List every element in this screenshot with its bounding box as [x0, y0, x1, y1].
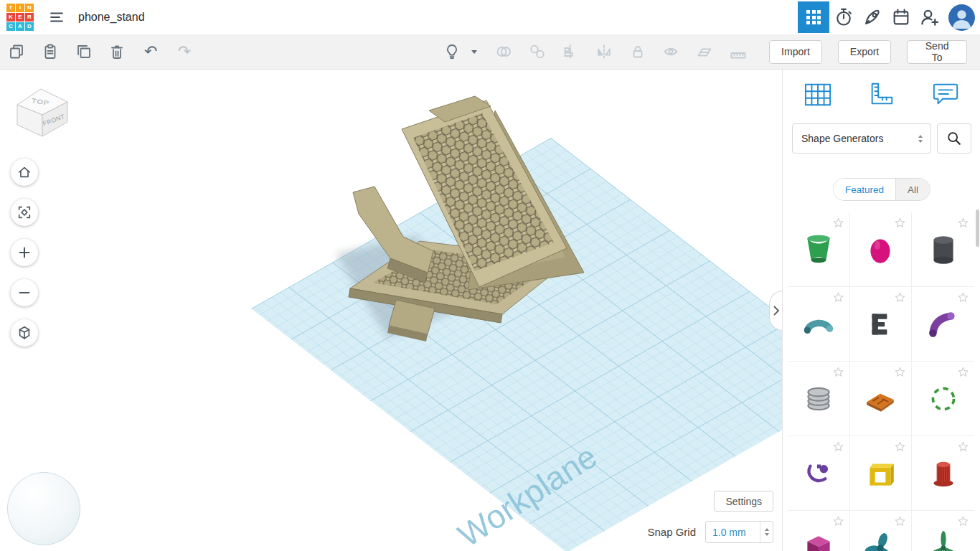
- settings-button[interactable]: Settings: [714, 491, 773, 512]
- ruler-tool-icon[interactable]: [721, 34, 755, 69]
- canvas-3d-viewport[interactable]: Workplane: [0, 69, 782, 551]
- rocket-icon[interactable]: [858, 1, 887, 33]
- shape-item-coil[interactable]: [788, 362, 850, 436]
- notes-icon[interactable]: [929, 78, 962, 111]
- dashed-ring-shape-icon: [925, 381, 961, 417]
- home-view-button[interactable]: [11, 159, 38, 186]
- shape-item-knurled-knob[interactable]: [912, 436, 974, 511]
- star-icon[interactable]: [894, 441, 906, 453]
- logo-cell: A: [16, 22, 24, 31]
- shape-item-extrusion[interactable]: [850, 287, 913, 362]
- redo-icon[interactable]: ↷: [168, 34, 202, 69]
- workplane-grid-icon[interactable]: [801, 78, 834, 111]
- tab-all[interactable]: All: [895, 179, 930, 200]
- panel-tools: [783, 69, 980, 121]
- perspective-toggle-button[interactable]: [11, 319, 38, 347]
- ungroup-icon[interactable]: [520, 34, 554, 69]
- star-icon[interactable]: [957, 515, 969, 527]
- star-icon[interactable]: [832, 515, 844, 527]
- invite-person-icon[interactable]: [915, 1, 944, 33]
- propeller-shape-icon: [862, 530, 898, 551]
- orbit-sphere: [7, 472, 80, 545]
- stopwatch-icon[interactable]: [829, 1, 858, 33]
- view-controls: [11, 159, 38, 347]
- star-icon[interactable]: [832, 217, 844, 229]
- terrain-shape-icon: [862, 381, 898, 417]
- select-arrows-icon: [914, 124, 926, 153]
- import-button[interactable]: Import: [769, 40, 822, 64]
- snap-grid-spinner[interactable]: [760, 522, 773, 542]
- star-icon[interactable]: [957, 217, 969, 229]
- star-icon[interactable]: [957, 441, 969, 453]
- mirror-icon[interactable]: [588, 34, 621, 69]
- shape-item-dashed-ring[interactable]: [912, 362, 974, 436]
- zoom-in-button[interactable]: [11, 239, 38, 266]
- lock-icon[interactable]: [621, 34, 654, 69]
- snap-grid-row: Snap Grid 1.0 mm: [647, 521, 773, 543]
- dropdown-caret-icon[interactable]: [466, 34, 482, 69]
- group-icon[interactable]: [486, 34, 520, 69]
- shape-item-three-blade-propeller[interactable]: [912, 511, 974, 551]
- calendar-icon[interactable]: [887, 1, 915, 33]
- shape-item-elbow-pipe[interactable]: [912, 287, 974, 362]
- shape-item-spool[interactable]: [788, 212, 850, 287]
- tinkercad-logo[interactable]: T I N K E R C A D: [6, 4, 34, 31]
- delete-icon[interactable]: [100, 34, 134, 69]
- star-icon[interactable]: [832, 366, 844, 378]
- star-icon[interactable]: [894, 366, 906, 378]
- menu-list-icon[interactable]: [42, 1, 71, 33]
- panel-collapse-tab[interactable]: [769, 291, 782, 331]
- star-icon[interactable]: [832, 441, 844, 453]
- character-shape-icon: [801, 456, 837, 491]
- spool-shape-icon: [801, 232, 837, 268]
- apps-grid-glyph: [806, 10, 821, 24]
- shape-item-cylinder[interactable]: [912, 212, 974, 287]
- ruler-icon[interactable]: [865, 78, 898, 111]
- snap-grid-label: Snap Grid: [647, 526, 696, 538]
- star-icon[interactable]: [957, 291, 969, 303]
- curved-tube-shape-icon: [801, 306, 837, 342]
- shape-item-propeller[interactable]: [850, 511, 913, 551]
- show-all-icon[interactable]: [438, 34, 466, 69]
- send-to-button[interactable]: Send To: [907, 40, 967, 64]
- coil-shape-icon: [801, 381, 837, 417]
- shape-item-curved-tube[interactable]: [788, 287, 850, 362]
- zoom-out-button[interactable]: [11, 279, 38, 306]
- logo-cell: T: [6, 4, 15, 12]
- star-icon[interactable]: [894, 515, 906, 527]
- copy-icon[interactable]: [0, 34, 34, 69]
- align-icon[interactable]: [554, 34, 588, 69]
- shape-item-open-box[interactable]: [850, 436, 913, 511]
- snap-grid-value: 1.0 mm: [706, 527, 760, 538]
- view-cube[interactable]: TOP FRONT: [16, 83, 73, 141]
- tab-featured[interactable]: Featured: [834, 179, 895, 200]
- apps-grid-icon[interactable]: [798, 1, 829, 33]
- document-title[interactable]: phone_stand: [78, 11, 145, 24]
- snap-grid-select[interactable]: 1.0 mm: [705, 521, 773, 543]
- extrusion-e-shape-icon: [862, 306, 898, 342]
- search-button[interactable]: [937, 123, 971, 154]
- hide-icon[interactable]: [654, 34, 688, 69]
- export-button[interactable]: Export: [838, 40, 891, 64]
- panel-scrollbar[interactable]: [976, 209, 979, 247]
- shape-category-select[interactable]: Shape Generators: [792, 123, 931, 154]
- logo-cell: E: [16, 13, 24, 22]
- toolbar: ↶ ↷: [0, 34, 980, 70]
- star-icon[interactable]: [894, 291, 906, 303]
- star-icon[interactable]: [832, 291, 844, 303]
- shape-item-egg[interactable]: [850, 212, 913, 287]
- logo-cell: R: [25, 13, 34, 22]
- duplicate-icon[interactable]: [67, 34, 100, 69]
- star-icon[interactable]: [894, 217, 906, 229]
- paste-icon[interactable]: [34, 34, 67, 69]
- shape-item-terrain[interactable]: [850, 362, 913, 436]
- shape-item-cube[interactable]: [788, 511, 850, 551]
- fit-view-button[interactable]: [11, 199, 38, 226]
- avatar[interactable]: [948, 4, 975, 31]
- undo-icon[interactable]: ↶: [134, 34, 168, 69]
- panel-tabs: Featured All: [783, 178, 980, 201]
- star-icon[interactable]: [957, 366, 969, 378]
- workplane-tool-icon[interactable]: [688, 34, 722, 69]
- logo-cell: K: [6, 13, 15, 22]
- shape-item-character[interactable]: [788, 436, 850, 511]
